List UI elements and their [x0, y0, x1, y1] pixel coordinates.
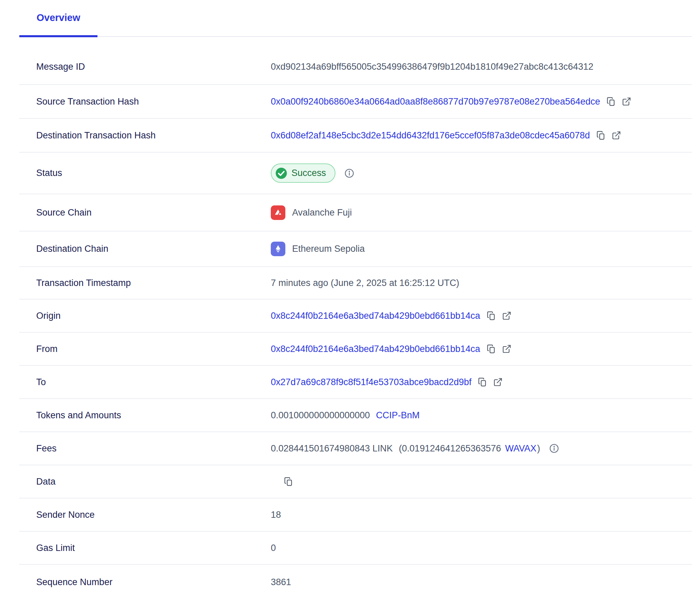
table-row: Gas Limit 0	[19, 532, 692, 565]
tab-bar: Overview	[19, 0, 692, 37]
dest-tx-hash-label: Destination Transaction Hash	[19, 130, 271, 141]
fees-amount-value: 0.028441501674980843 LINK	[271, 443, 393, 454]
external-link-icon[interactable]	[622, 97, 631, 106]
sender-nonce-value: 18	[271, 510, 281, 520]
table-row: Data	[19, 465, 692, 498]
fees-converted-close: )	[537, 443, 540, 453]
fee-token-link[interactable]: WAVAX	[505, 443, 537, 453]
sequence-number-value: 3861	[271, 577, 291, 587]
ethereum-icon	[271, 242, 285, 256]
source-tx-hash-label: Source Transaction Hash	[19, 96, 271, 107]
table-row: To 0x27d7a69c878f9c8f51f4e53703abce9bacd…	[19, 366, 692, 399]
table-row: Status Success	[19, 153, 692, 194]
avalanche-icon	[271, 205, 285, 220]
copy-icon[interactable]	[478, 377, 487, 387]
external-link-icon[interactable]	[493, 377, 503, 387]
transaction-overview-panel: Overview Message ID 0xd902134a69bff56500…	[0, 0, 700, 599]
message-id-value: 0xd902134a69bff565005c354996386479f9b120…	[271, 62, 593, 72]
token-amount-value: 0.001000000000000000	[271, 410, 370, 421]
to-label: To	[19, 377, 271, 387]
copy-icon[interactable]	[486, 311, 496, 320]
timestamp-value: 7 minutes ago (June 2, 2025 at 16:25:12 …	[271, 278, 459, 288]
fees-converted-open: (0.019124641265363576	[399, 443, 501, 453]
origin-address-link[interactable]: 0x8c244f0b2164e6a3bed74ab429b0ebd661bb14…	[271, 311, 480, 321]
from-address-link[interactable]: 0x8c244f0b2164e6a3bed74ab429b0ebd661bb14…	[271, 344, 480, 354]
origin-label: Origin	[19, 311, 271, 321]
info-icon[interactable]	[344, 168, 354, 178]
table-row: Tokens and Amounts 0.001000000000000000 …	[19, 399, 692, 432]
from-label: From	[19, 344, 271, 354]
status-label: Status	[19, 168, 271, 178]
copy-icon[interactable]	[486, 344, 496, 354]
table-row: From 0x8c244f0b2164e6a3bed74ab429b0ebd66…	[19, 333, 692, 366]
check-circle-icon	[275, 167, 287, 179]
table-row: Fees 0.028441501674980843 LINK (0.019124…	[19, 432, 692, 465]
gas-limit-value: 0	[271, 543, 276, 553]
table-row: Message ID 0xd902134a69bff565005c3549963…	[19, 37, 692, 85]
table-row: Destination Chain Ethereum Sepolia	[19, 231, 692, 267]
dest-chain-label: Destination Chain	[19, 244, 271, 254]
timestamp-label: Transaction Timestamp	[19, 278, 271, 288]
source-chain-label: Source Chain	[19, 207, 271, 218]
status-badge-text: Success	[291, 168, 326, 178]
gas-limit-label: Gas Limit	[19, 543, 271, 553]
token-link[interactable]: CCIP-BnM	[376, 410, 420, 421]
table-row: Destination Transaction Hash 0x6d08ef2af…	[19, 119, 692, 153]
data-label: Data	[19, 476, 271, 487]
status-badge: Success	[271, 163, 335, 183]
copy-icon[interactable]	[284, 477, 293, 486]
source-tx-hash-link[interactable]: 0x0a00f9240b6860e34a0664ad0aa8f8e86877d7…	[271, 96, 600, 107]
table-row: Source Transaction Hash 0x0a00f9240b6860…	[19, 85, 692, 119]
copy-icon[interactable]	[606, 97, 616, 106]
table-row: Sender Nonce 18	[19, 498, 692, 532]
external-link-icon[interactable]	[612, 131, 621, 140]
copy-icon[interactable]	[596, 131, 606, 140]
table-row: Sequence Number 3861	[19, 565, 692, 599]
table-row: Origin 0x8c244f0b2164e6a3bed74ab429b0ebd…	[19, 300, 692, 333]
fees-converted-value: (0.019124641265363576WAVAX)	[399, 443, 540, 454]
dest-chain-value: Ethereum Sepolia	[292, 244, 365, 254]
fees-label: Fees	[19, 443, 271, 454]
sender-nonce-label: Sender Nonce	[19, 510, 271, 520]
external-link-icon[interactable]	[502, 344, 511, 354]
tokens-label: Tokens and Amounts	[19, 410, 271, 421]
tab-overview[interactable]: Overview	[19, 8, 97, 36]
info-icon[interactable]	[549, 443, 559, 453]
table-row: Transaction Timestamp 7 minutes ago (Jun…	[19, 267, 692, 300]
dest-tx-hash-link[interactable]: 0x6d08ef2af148e5cbc3d2e154dd6432fd176e5c…	[271, 130, 590, 141]
source-chain-value: Avalanche Fuji	[292, 207, 352, 218]
to-address-link[interactable]: 0x27d7a69c878f9c8f51f4e53703abce9bacd2d9…	[271, 377, 472, 387]
table-row: Source Chain Avalanche Fuji	[19, 194, 692, 231]
sequence-number-label: Sequence Number	[19, 577, 271, 587]
message-id-label: Message ID	[19, 62, 271, 72]
external-link-icon[interactable]	[502, 311, 511, 320]
